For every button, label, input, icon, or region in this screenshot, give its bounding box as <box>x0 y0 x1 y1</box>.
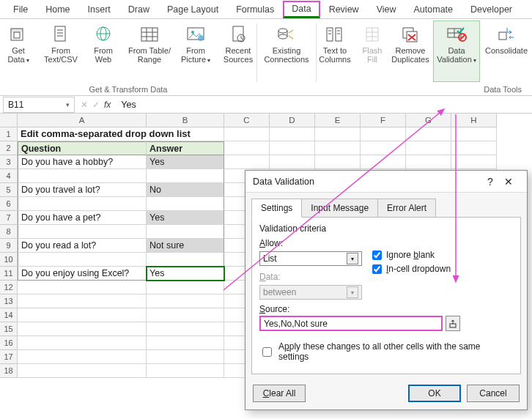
cell[interactable] <box>147 294 224 308</box>
col-header-h[interactable]: H <box>451 114 497 127</box>
cell[interactable]: Yes <box>147 155 224 169</box>
enter-formula-icon[interactable]: ✓ <box>92 100 100 110</box>
cell[interactable] <box>224 141 270 155</box>
from-picture-button[interactable]: From Picture▾ <box>175 21 216 82</box>
dialog-tab-settings[interactable]: Settings <box>251 199 302 218</box>
col-header-a[interactable]: A <box>18 114 147 127</box>
row-header-5[interactable]: 5 <box>0 183 18 197</box>
cell[interactable] <box>18 169 147 183</box>
from-csv-button[interactable]: From Text/CSV <box>40 21 81 82</box>
row-header-13[interactable]: 13 <box>0 294 18 308</box>
col-header-g[interactable]: G <box>406 114 451 127</box>
cell[interactable] <box>451 127 497 141</box>
row-header-14[interactable]: 14 <box>0 308 18 322</box>
row-header-16[interactable]: 16 <box>0 336 18 350</box>
cell[interactable] <box>451 141 497 155</box>
cell[interactable]: Question <box>18 141 147 155</box>
tab-draw[interactable]: Draw <box>119 1 158 18</box>
cell[interactable]: Yes <box>147 211 224 225</box>
remove-duplicates-button[interactable]: Remove Duplicates <box>389 21 432 82</box>
cell[interactable] <box>147 225 224 239</box>
source-input[interactable]: Yes,No,Not sure <box>259 316 443 331</box>
cell[interactable]: Not sure <box>147 239 224 253</box>
cell[interactable] <box>315 141 361 155</box>
from-web-button[interactable]: From Web <box>83 21 124 82</box>
fx-icon[interactable]: fx <box>104 100 111 110</box>
cell[interactable] <box>147 350 224 364</box>
allow-select[interactable]: List ▾ <box>259 251 362 266</box>
tab-automate[interactable]: Automate <box>405 1 462 18</box>
row-header-15[interactable]: 15 <box>0 322 18 336</box>
cell[interactable] <box>147 253 224 267</box>
dialog-titlebar[interactable]: Data Validation ? ✕ <box>245 171 527 193</box>
row-header-7[interactable]: 7 <box>0 211 18 225</box>
cell[interactable] <box>361 155 406 169</box>
flash-fill-button[interactable]: Flash Fill <box>357 21 388 82</box>
tab-page-layout[interactable]: Page Layout <box>158 1 227 18</box>
cell[interactable] <box>18 281 147 294</box>
data-validation-button[interactable]: Data Validation▾ <box>433 21 480 82</box>
cell[interactable] <box>147 281 224 294</box>
name-box[interactable]: B11 ▾ <box>3 97 75 113</box>
cell[interactable] <box>18 253 147 267</box>
col-header-e[interactable]: E <box>315 114 361 127</box>
row-header-11[interactable]: 11 <box>0 267 18 281</box>
cell[interactable]: No <box>147 183 224 197</box>
tab-insert[interactable]: Insert <box>79 1 119 18</box>
row-header-18[interactable]: 18 <box>0 364 18 378</box>
tab-developer[interactable]: Developer <box>462 1 521 18</box>
cell[interactable] <box>18 322 147 336</box>
dialog-tab-error-alert[interactable]: Error Alert <box>377 199 436 218</box>
apply-to-all-checkbox[interactable]: Apply these changes to all other cells w… <box>259 341 513 362</box>
row-header-10[interactable]: 10 <box>0 253 18 267</box>
tab-file[interactable]: File <box>4 1 37 18</box>
cell[interactable] <box>451 155 497 169</box>
row-header-6[interactable]: 6 <box>0 197 18 211</box>
select-all-corner[interactable] <box>0 114 18 127</box>
cell[interactable] <box>18 225 147 239</box>
clear-all-button[interactable]: Clear All <box>253 385 306 402</box>
consolidate-button[interactable]: Consolidate <box>481 21 531 82</box>
row-header-3[interactable]: 3 <box>0 155 18 169</box>
tab-data[interactable]: Data <box>283 1 319 18</box>
col-header-b[interactable]: B <box>147 114 224 127</box>
tab-review[interactable]: Review <box>320 1 368 18</box>
cancel-formula-icon[interactable]: ✕ <box>81 100 88 110</box>
cell[interactable]: Do you have a hobby? <box>18 155 147 169</box>
existing-connections-button[interactable]: Existing Connections <box>260 21 313 82</box>
cell[interactable] <box>18 308 147 322</box>
cell[interactable]: Edit comma-separated drop down list <box>18 127 224 141</box>
cell[interactable] <box>361 127 406 141</box>
cell[interactable] <box>18 336 147 350</box>
cell[interactable] <box>406 127 451 141</box>
help-button[interactable]: ? <box>483 176 498 188</box>
recent-sources-button[interactable]: Recent Sources <box>218 21 259 82</box>
cell[interactable]: Do you travel a lot? <box>18 183 147 197</box>
cell[interactable] <box>361 141 406 155</box>
dialog-tab-input-message[interactable]: Input Message <box>301 199 378 218</box>
cell[interactable]: Answer <box>147 141 224 155</box>
cell[interactable] <box>147 169 224 183</box>
tab-formulas[interactable]: Formulas <box>227 1 283 18</box>
cell[interactable] <box>406 155 451 169</box>
text-to-columns-button[interactable]: Text to Columns <box>314 21 355 82</box>
cell[interactable] <box>270 127 315 141</box>
cell[interactable] <box>147 308 224 322</box>
ignore-blank-checkbox[interactable]: Ignore blank <box>372 250 451 260</box>
cell[interactable] <box>406 141 451 155</box>
cell[interactable] <box>18 294 147 308</box>
cell[interactable] <box>147 364 224 378</box>
close-icon[interactable]: ✕ <box>498 176 520 188</box>
row-header-4[interactable]: 4 <box>0 169 18 183</box>
row-header-12[interactable]: 12 <box>0 281 18 294</box>
cell[interactable] <box>18 350 147 364</box>
row-header-2[interactable]: 2 <box>0 141 18 155</box>
row-header-8[interactable]: 8 <box>0 225 18 239</box>
cell[interactable]: Do you have a pet? <box>18 211 147 225</box>
cell[interactable] <box>224 127 270 141</box>
cell[interactable] <box>18 197 147 211</box>
formula-value[interactable]: Yes <box>117 100 532 110</box>
cell[interactable] <box>18 364 147 378</box>
tab-home[interactable]: Home <box>37 1 78 18</box>
cell[interactable]: Do you read a lot? <box>18 239 147 253</box>
